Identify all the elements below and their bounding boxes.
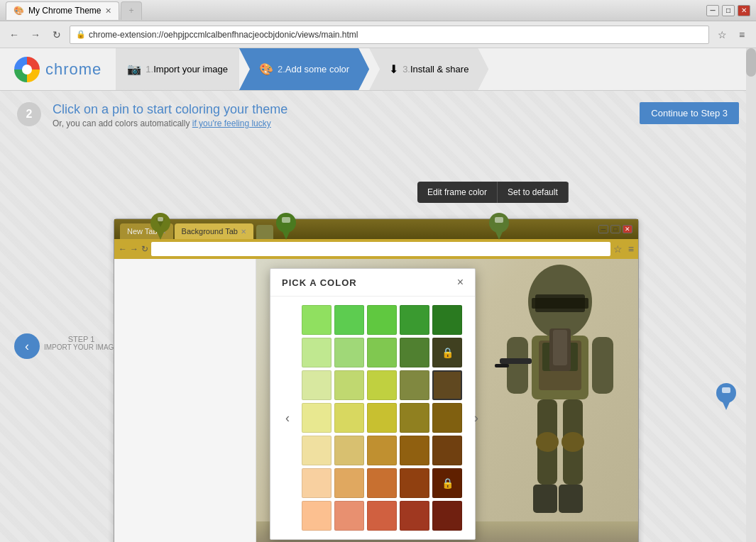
edit-frame-color-btn[interactable]: Edit frame color [417,182,498,203]
forward-button[interactable]: → [27,26,44,43]
title-bar-left: 🎨 My Chrome Theme ✕ + [6,1,142,20]
bookmark-button[interactable]: ☆ [713,26,730,43]
preview-tab-bg-close[interactable]: ✕ [241,228,246,236]
color-swatch-24[interactable] [432,436,462,465]
color-swatch-0[interactable] [302,305,332,335]
step2-icon: 🎨 [259,62,273,76]
close-button[interactable]: ✕ [738,5,750,16]
step3-label: Install & share [410,64,469,74]
tab-my-chrome-theme[interactable]: 🎨 My Chrome Theme ✕ [6,1,119,20]
svg-rect-26 [553,330,567,365]
step2-number: 2. [278,64,285,74]
set-to-default-btn[interactable]: Set to default [498,182,569,203]
color-swatch-1[interactable] [334,305,364,335]
color-swatch-23[interactable] [400,436,429,465]
svg-rect-5 [282,217,290,223]
maximize-button[interactable]: □ [722,5,735,16]
color-swatch-22[interactable] [367,436,397,465]
color-swatch-9[interactable] [432,338,462,367]
color-swatch-34[interactable] [432,501,462,531]
color-picker-header: PICK A COLOR × [270,269,475,297]
step-main-text: Click on a pin to start coloring your th… [53,102,628,117]
color-swatch-32[interactable] [367,501,397,531]
color-swatch-31[interactable] [334,501,364,531]
color-swatch-20[interactable] [302,436,332,465]
color-nav-prev-btn[interactable]: ‹ [279,409,296,426]
color-swatch-26[interactable] [334,468,364,498]
pin-marker-2[interactable] [275,211,297,240]
color-swatch-30[interactable] [302,501,332,531]
address-lock-icon: 🔒 [76,30,86,39]
tab-close-btn[interactable]: ✕ [105,6,111,16]
preview-tab-bg[interactable]: Background Tab ✕ [175,223,253,239]
color-swatch-11[interactable] [334,370,364,400]
svg-rect-24 [559,485,583,513]
main-content: chrome 📷 1. Import your image 🎨 2. Add s… [0,48,756,542]
tab-new-icon: + [128,6,133,16]
color-swatch-29[interactable] [432,468,462,498]
color-swatch-2[interactable] [367,305,397,335]
color-swatch-13[interactable] [400,370,429,400]
preview-back-btn[interactable]: ← [119,244,127,254]
color-swatch-5[interactable] [302,338,332,367]
wizard-step-2[interactable]: 🎨 2. Add some color [239,48,369,90]
color-swatch-7[interactable] [367,338,397,367]
tab-favicon: 🎨 [13,6,24,16]
svg-rect-17 [500,358,532,364]
preview-reload-btn[interactable]: ↻ [141,244,148,254]
color-swatch-18[interactable] [400,403,429,433]
right-pin-marker[interactable] [715,382,738,413]
preview-forward-btn[interactable]: → [130,244,138,254]
preview-menu-btn[interactable]: ≡ [628,243,634,255]
color-swatch-33[interactable] [400,501,429,531]
preview-address-bar [151,242,610,256]
preview-tab-new-btn[interactable] [256,225,273,239]
feeling-lucky-link[interactable]: if you're feeling lucky [192,118,271,128]
step1-nav-text: IMPORT YOUR IMAGE [44,343,119,351]
color-swatch-27[interactable] [367,468,397,498]
back-button[interactable]: ← [6,26,23,43]
wizard-step-1[interactable]: 📷 1. Import your image [116,48,239,90]
color-picker-close-btn[interactable]: × [457,276,464,289]
preview-minimize[interactable]: ─ [598,225,608,233]
address-bar[interactable]: 🔒 chrome-extension://oehpjpccmlcalbenfhn… [70,26,709,44]
boba-fett-figure [489,259,631,542]
continue-step3-button[interactable]: Continue to Step 3 [640,102,739,124]
context-tooltip: Edit frame color Set to default [417,182,569,203]
svg-point-22 [561,432,584,452]
color-nav-next-btn[interactable]: › [468,409,485,426]
color-picker-body: ‹ › [270,297,475,539]
vertical-scrollbar[interactable] [746,48,756,542]
minimize-button[interactable]: ─ [706,5,719,16]
menu-button[interactable]: ≡ [733,26,750,43]
color-swatch-12[interactable] [367,370,397,400]
color-swatch-15[interactable] [302,403,332,433]
wizard-step-3[interactable]: ⬇ 3. Install & share [369,48,488,90]
step1-number: 1. [146,64,153,74]
step1-icon: 📷 [127,62,141,76]
color-swatch-17[interactable] [367,403,397,433]
color-swatch-8[interactable] [400,338,429,367]
preview-star-btn[interactable]: ☆ [613,243,623,255]
back-step1-button[interactable]: ‹ [14,333,40,359]
color-swatch-25[interactable] [302,468,332,498]
step-description: Click on a pin to start coloring your th… [53,102,628,128]
color-swatch-16[interactable] [334,403,364,433]
pin-marker-3[interactable] [488,211,510,240]
color-swatch-10[interactable] [302,370,332,400]
step1-nav-label: STEP 1 IMPORT YOUR IMAGE [44,335,119,351]
preview-maximize[interactable]: □ [610,225,620,233]
color-swatch-6[interactable] [334,338,364,367]
color-swatch-19[interactable] [432,403,462,433]
preview-close[interactable]: ✕ [623,225,632,233]
preview-win-btns: ─ □ ✕ [598,225,632,233]
tab-new[interactable]: + [121,1,141,20]
pin-marker-1[interactable] [149,211,172,240]
color-swatch-14[interactable] [432,370,462,400]
reload-button[interactable]: ↻ [48,26,65,43]
color-swatch-4[interactable] [432,305,462,335]
scrollbar-thumb[interactable] [746,48,756,77]
color-swatch-3[interactable] [400,305,429,335]
color-swatch-21[interactable] [334,436,364,465]
color-swatch-28[interactable] [400,468,429,498]
